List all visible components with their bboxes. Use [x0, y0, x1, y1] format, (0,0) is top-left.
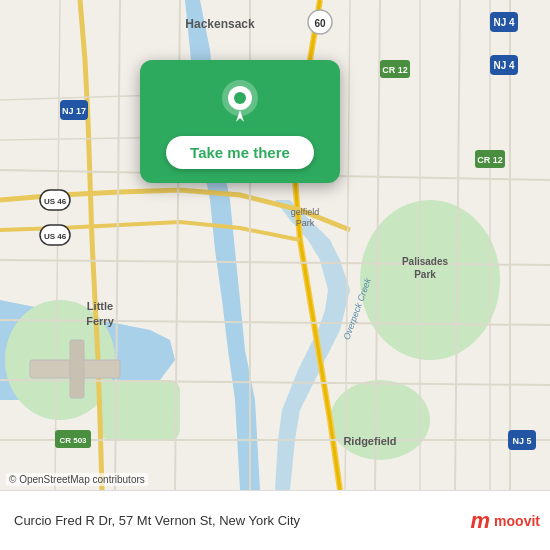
svg-text:Palisades: Palisades — [402, 256, 449, 267]
svg-rect-3 — [100, 380, 180, 440]
svg-text:Park: Park — [296, 218, 315, 228]
address-text: Curcio Fred R Dr, 57 Mt Vernon St, New Y… — [14, 513, 471, 528]
svg-text:CR 12: CR 12 — [477, 155, 503, 165]
svg-text:Park: Park — [414, 269, 436, 280]
moovit-letter-icon: m — [471, 508, 491, 534]
svg-text:gelfield: gelfield — [291, 207, 320, 217]
map-container: NJ 4 NJ 4 60 CR 12 CR 12 NJ 17 US 46 US … — [0, 0, 550, 490]
svg-text:Little: Little — [87, 300, 113, 312]
moovit-logo: m moovit — [471, 508, 540, 534]
pin-icon — [216, 78, 264, 126]
svg-point-55 — [234, 92, 246, 104]
moovit-brand-name: moovit — [494, 513, 540, 529]
bottom-bar: Curcio Fred R Dr, 57 Mt Vernon St, New Y… — [0, 490, 550, 550]
svg-text:Hackensack: Hackensack — [185, 17, 255, 31]
osm-credit: © OpenStreetMap contributors — [6, 473, 148, 486]
svg-text:60: 60 — [314, 18, 326, 29]
location-card: Take me there — [140, 60, 340, 183]
take-me-there-button[interactable]: Take me there — [166, 136, 314, 169]
svg-text:NJ 17: NJ 17 — [62, 106, 86, 116]
svg-rect-52 — [70, 340, 84, 398]
svg-text:CR 12: CR 12 — [382, 65, 408, 75]
svg-text:US 46: US 46 — [44, 232, 67, 241]
svg-point-1 — [360, 200, 500, 360]
svg-text:Ferry: Ferry — [86, 315, 114, 327]
svg-text:CR 503: CR 503 — [59, 436, 87, 445]
svg-text:NJ 4: NJ 4 — [493, 60, 515, 71]
svg-text:NJ 5: NJ 5 — [512, 436, 531, 446]
svg-text:NJ 4: NJ 4 — [493, 17, 515, 28]
svg-text:Ridgefield: Ridgefield — [343, 435, 396, 447]
svg-text:US 46: US 46 — [44, 197, 67, 206]
